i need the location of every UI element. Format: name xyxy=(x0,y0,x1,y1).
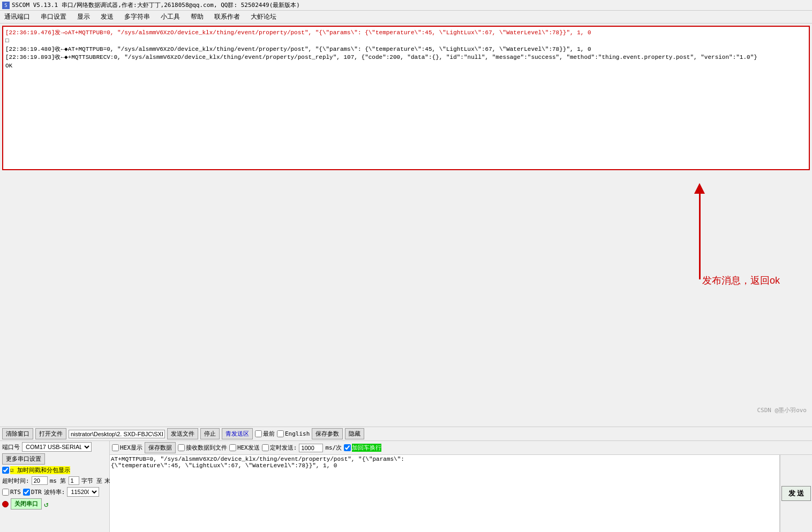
english-cb[interactable]: □ English English xyxy=(277,430,310,437)
annotation-text: 发布消息，返回ok xyxy=(702,274,780,287)
close-port-button[interactable]: 关闭串口 xyxy=(11,498,42,510)
baud-label: 波特率: xyxy=(44,488,65,496)
clear-window-button[interactable]: 清除窗口 xyxy=(2,428,33,439)
stop-button[interactable]: 停止 xyxy=(200,428,220,439)
menu-forum[interactable]: 大虾论坛 xyxy=(249,12,279,22)
title-bar: S SSCOM V5.13.1 串口/网络数据调试器,作者:大虾丁丁,26180… xyxy=(0,0,812,11)
right-panel: HEX显示 保存数据 接收数据到文件 HEX发送 定时发送: ms/次 xyxy=(110,441,812,532)
port-row: 端口号 COM17 USB-SERIAL CH340 xyxy=(2,442,107,452)
timestamp-label: ☑ 加时间戳和分包显示 xyxy=(10,466,70,474)
watermark: CSDN @墨小羽ovo xyxy=(757,406,807,414)
english-checkbox[interactable] xyxy=(277,430,284,437)
menu-port-settings[interactable]: 串口设置 xyxy=(39,12,69,22)
resend-button[interactable]: 青发送区 xyxy=(222,428,253,439)
arrow-line xyxy=(699,194,701,279)
refresh-icon[interactable]: ↺ xyxy=(44,500,48,508)
app-icon: S xyxy=(2,2,10,9)
port-label: 端口号 xyxy=(2,443,20,451)
terminal-line-0: [22:36:19.476]发→◇AT+MQTTPUB=0, "/sys/als… xyxy=(5,29,807,37)
hide-button[interactable]: 隐藏 xyxy=(345,428,364,439)
hex-send-checkbox[interactable] xyxy=(229,444,236,451)
dtr-checkbox[interactable] xyxy=(23,489,30,496)
left-panel: 端口号 COM17 USB-SERIAL CH340 更多串口设置 ☑ 加时间戳… xyxy=(0,441,110,532)
timed-interval-input[interactable] xyxy=(299,444,323,452)
send-button[interactable]: 发 送 xyxy=(781,486,811,501)
bottom-toolbar: 清除窗口 打开文件 发送文件 停止 青发送区 最前 □ English Engl… xyxy=(0,427,812,532)
file-path-input[interactable] xyxy=(69,430,165,438)
terminal-line-1: □ xyxy=(5,37,807,45)
rts-checkbox[interactable] xyxy=(2,489,9,496)
menu-display[interactable]: 显示 xyxy=(75,12,92,22)
terminal-area[interactable]: [22:36:19.476]发→◇AT+MQTTPUB=0, "/sys/als… xyxy=(2,26,810,170)
byte-input[interactable] xyxy=(69,476,79,485)
save-params-button[interactable]: 保存参数 xyxy=(312,428,343,439)
terminal-line-2: [22:36:19.480]收←◆AT+MQTTPUB=0, "/sys/als… xyxy=(5,45,807,54)
ms-per-label: ms/次 xyxy=(325,444,342,452)
terminal-line-3: [22:36:19.893]收←◆+MQTTSUBRECV:0, "/sys/a… xyxy=(5,54,807,62)
port-led xyxy=(2,501,9,507)
dtr-cb[interactable]: DTR xyxy=(23,489,42,496)
newline-cb[interactable]: 加回车换行 xyxy=(344,444,381,452)
menu-comport[interactable]: 通讯端口 xyxy=(2,12,32,22)
more-settings-row: 更多串口设置 xyxy=(2,453,107,465)
send-file-button[interactable]: 发送文件 xyxy=(167,428,198,439)
right-top-controls: HEX显示 保存数据 接收数据到文件 HEX发送 定时发送: ms/次 xyxy=(110,441,812,455)
newline-checkbox[interactable] xyxy=(344,444,351,451)
title-text: SSCOM V5.13.1 串口/网络数据调试器,作者:大虾丁丁,2618058… xyxy=(12,1,300,9)
toolbar-row1: 清除窗口 打开文件 发送文件 停止 青发送区 最前 □ English Engl… xyxy=(0,427,812,441)
timeout-input[interactable] xyxy=(32,476,48,485)
baud-select[interactable]: 115200 xyxy=(67,487,99,497)
timeout-label: 超时时间: xyxy=(2,477,29,485)
hex-display-cb[interactable]: HEX显示 xyxy=(112,444,142,452)
hex-display-checkbox[interactable] xyxy=(112,444,119,451)
timestamp-row[interactable]: ☑ 加时间戳和分包显示 xyxy=(2,466,107,474)
menu-send[interactable]: 发送 xyxy=(99,12,116,22)
open-file-button[interactable]: 打开文件 xyxy=(35,428,66,439)
newline-label: 加回车换行 xyxy=(352,444,381,452)
hex-send-cb[interactable]: HEX发送 xyxy=(229,444,260,452)
annotation-arrow xyxy=(694,183,705,279)
terminal-line-4: OK xyxy=(5,62,807,70)
bottom-container: 端口号 COM17 USB-SERIAL CH340 更多串口设置 ☑ 加时间戳… xyxy=(0,441,812,532)
recv-file-cb[interactable]: 接收数据到文件 xyxy=(178,444,227,452)
menu-tools[interactable]: 小工具 xyxy=(159,12,182,22)
menu-bar: 通讯端口 串口设置 显示 发送 多字符串 小工具 帮助 联系作者 大虾论坛 xyxy=(0,11,812,24)
byte-label: 字节 至 xyxy=(81,477,103,485)
send-button-box: 发 送 xyxy=(780,455,812,532)
send-box-container: AT+MQTTPUB=0, "/sys/alsmmV6XzO/device_kl… xyxy=(110,455,812,532)
always-on-top-checkbox[interactable] xyxy=(255,430,262,437)
timed-send-checkbox[interactable] xyxy=(262,444,269,451)
menu-multistring[interactable]: 多字符串 xyxy=(122,12,152,22)
arrow-head xyxy=(694,183,705,194)
timestamp-checkbox[interactable] xyxy=(2,467,9,474)
more-settings-button[interactable]: 更多串口设置 xyxy=(2,453,45,465)
close-port-row: 关闭串口 ↺ xyxy=(2,498,107,510)
port-select[interactable]: COM17 USB-SERIAL CH340 xyxy=(22,442,92,452)
send-textarea[interactable]: AT+MQTTPUB=0, "/sys/alsmmV6XzO/device_kl… xyxy=(110,455,780,532)
menu-contact[interactable]: 联系作者 xyxy=(212,12,242,22)
save-data-button[interactable]: 保存数据 xyxy=(145,442,176,453)
rts-dtr-row: RTS DTR 波特率: 115200 xyxy=(2,487,107,497)
always-on-top-cb[interactable]: 最前 xyxy=(255,430,275,438)
recv-file-checkbox[interactable] xyxy=(178,444,185,451)
rts-cb[interactable]: RTS xyxy=(2,489,21,496)
menu-help[interactable]: 帮助 xyxy=(189,12,206,22)
ms-label: ms 第 xyxy=(50,477,66,485)
timed-send-cb[interactable]: 定时发送: xyxy=(262,444,297,452)
timeout-row: 超时时间: ms 第 字节 至 末尾 ▼ 加校验: None xyxy=(2,476,107,485)
